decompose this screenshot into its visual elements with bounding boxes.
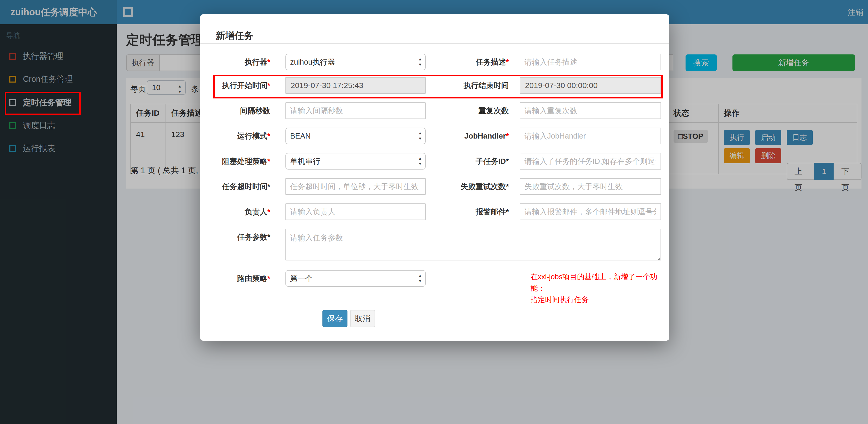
required-mark: *: [268, 157, 270, 165]
interval-seconds-input[interactable]: [285, 102, 426, 119]
required-mark: *: [506, 182, 509, 191]
executor-select[interactable]: zuihou执行器: [285, 54, 426, 70]
form-row-exec-time: 执行开始时间* 2019-07-30 17:25:43 执行结束时间 2019-…: [211, 77, 661, 94]
form-row-task-param: 任务参数*: [211, 229, 661, 260]
required-mark: *: [268, 81, 270, 90]
cancel-button[interactable]: 取消: [350, 310, 375, 327]
task-desc-input[interactable]: [520, 54, 661, 70]
modal-title: 新增任务: [216, 29, 253, 42]
red-annotation-box-sidebar: [5, 92, 81, 115]
divider: [200, 43, 669, 44]
add-task-form: 执行器* zuihou执行器▲▼ 任务描述* 执行开始时间* 2019-07-3…: [211, 54, 661, 295]
retry-count-input[interactable]: [520, 178, 661, 195]
repeat-count-input[interactable]: [520, 102, 661, 119]
task-timeout-input[interactable]: [285, 178, 426, 195]
required-mark: *: [268, 132, 270, 140]
alarm-email-input[interactable]: [520, 203, 661, 220]
form-row-run-mode: 运行模式* BEAN▲▼ JobHandler*: [211, 128, 661, 144]
form-row-block-strategy: 阻塞处理策略* 单机串行▲▼ 子任务ID*: [211, 153, 661, 169]
route-strategy-select[interactable]: 第一个: [285, 270, 426, 287]
divider: [211, 302, 661, 302]
form-row-owner: 负责人* 报警邮件*: [211, 203, 661, 220]
required-mark: *: [268, 207, 270, 216]
exec-end-time-field[interactable]: 2019-07-30 00:00:00: [520, 77, 661, 94]
exec-start-time-field[interactable]: 2019-07-30 17:25:43: [285, 77, 426, 94]
child-task-id-input[interactable]: [520, 153, 661, 169]
feature-note: 在xxl-jobs项目的基础上，新增了一个功能： 指定时间执行任务: [530, 270, 661, 287]
run-mode-select[interactable]: BEAN: [285, 128, 426, 144]
jobhandler-input[interactable]: [520, 128, 661, 144]
form-row-executor: 执行器* zuihou执行器▲▼ 任务描述*: [211, 54, 661, 70]
form-row-route-strategy: 路由策略* 第一个▲▼ 在xxl-jobs项目的基础上，新增了一个功能： 指定时…: [211, 270, 661, 287]
block-strategy-select[interactable]: 单机串行: [285, 153, 426, 169]
required-mark: *: [506, 132, 509, 140]
required-mark: *: [268, 233, 270, 241]
required-mark: *: [506, 157, 509, 165]
required-mark: *: [506, 207, 509, 216]
task-param-textarea[interactable]: [285, 229, 661, 260]
save-button[interactable]: 保存: [322, 310, 347, 327]
required-mark: *: [268, 58, 270, 66]
required-mark: *: [506, 58, 509, 66]
required-mark: *: [268, 182, 270, 191]
owner-input[interactable]: [285, 203, 426, 220]
form-row-timeout: 任务超时时间* 失败重试次数*: [211, 178, 661, 195]
required-mark: *: [268, 274, 270, 283]
add-task-modal: 新增任务 执行器* zuihou执行器▲▼ 任务描述* 执行开始时间* 2019…: [200, 14, 669, 341]
form-row-interval: 间隔秒数 重复次数: [211, 102, 661, 119]
